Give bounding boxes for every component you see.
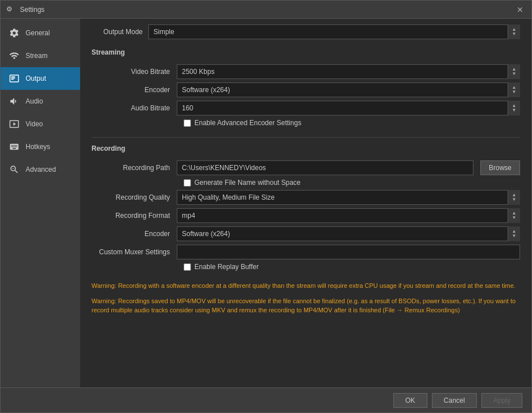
generate-filename-checkbox[interactable] [184, 179, 191, 187]
cancel-button[interactable]: Cancel [432, 393, 477, 408]
sidebar-item-output[interactable]: Output [1, 67, 80, 90]
sidebar: General Stream Output [1, 19, 80, 387]
custom-muxer-row: Custom Muxer Settings [92, 245, 520, 259]
titlebar: ⚙ Settings ✕ [1, 1, 531, 19]
section-divider [92, 137, 520, 138]
recording-path-group: Browse [177, 160, 520, 175]
main-content: General Stream Output [1, 19, 531, 387]
rec-encoder-row: Encoder Software (x264) ▲ ▼ [92, 226, 520, 241]
rec-encoder-label: Encoder [92, 230, 177, 238]
encoder-select-wrapper: Software (x264) ▲ ▼ [177, 82, 520, 97]
rec-encoder-select[interactable]: Software (x264) [177, 226, 520, 241]
app-icon: ⚙ [6, 5, 15, 14]
sidebar-item-video[interactable]: Video [1, 113, 80, 135]
encoder-select[interactable]: Software (x264) [177, 82, 520, 97]
rec-encoder-select-wrapper: Software (x264) ▲ ▼ [177, 226, 520, 241]
sidebar-label-video: Video [26, 120, 43, 128]
audio-bitrate-select-wrapper: 160 ▲ ▼ [177, 101, 520, 115]
audio-icon [9, 96, 20, 107]
generate-filename-row: Generate File Name without Space [92, 179, 520, 187]
recording-path-row: Recording Path Browse [92, 160, 520, 175]
sidebar-label-hotkeys: Hotkeys [26, 143, 50, 151]
recording-quality-row: Recording Quality High Quality, Medium F… [92, 190, 520, 205]
enable-advanced-checkbox[interactable] [184, 119, 191, 127]
sidebar-item-hotkeys[interactable]: Hotkeys [1, 135, 80, 158]
hotkeys-icon [9, 141, 20, 152]
custom-muxer-label: Custom Muxer Settings [92, 248, 177, 256]
custom-muxer-input-wrapper [177, 245, 520, 259]
recording-path-label: Recording Path [92, 164, 177, 172]
enable-replay-checkbox[interactable] [184, 263, 191, 271]
enable-advanced-label[interactable]: Enable Advanced Encoder Settings [194, 119, 301, 127]
video-icon [9, 118, 20, 130]
recording-quality-select-wrapper: High Quality, Medium File Size ▲ ▼ [177, 190, 520, 205]
video-bitrate-row: Video Bitrate 2500 Kbps ▲ ▼ [92, 64, 520, 79]
sidebar-label-output: Output [26, 75, 46, 82]
video-bitrate-select[interactable]: 2500 Kbps [177, 64, 520, 79]
video-bitrate-select-wrapper: 2500 Kbps ▲ ▼ [177, 64, 520, 79]
streaming-section: Streaming Video Bitrate 2500 Kbps ▲ ▼ [92, 48, 520, 127]
output-mode-row: Output Mode Simple Advanced ▲ ▼ [92, 24, 520, 39]
browse-button[interactable]: Browse [480, 160, 520, 175]
recording-format-label: Recording Format [92, 212, 177, 220]
audio-bitrate-row: Audio Bitrate 160 ▲ ▼ [92, 101, 520, 115]
sidebar-item-stream[interactable]: Stream [1, 44, 80, 67]
sidebar-label-general: General [26, 29, 50, 37]
content-area: Output Mode Simple Advanced ▲ ▼ Streamin… [80, 19, 531, 387]
warning1: Warning: Recording with a software encod… [92, 281, 520, 291]
recording-section: Recording Recording Path Browse Generate… [92, 144, 520, 271]
custom-muxer-input[interactable] [177, 245, 520, 259]
sidebar-item-general[interactable]: General [1, 22, 80, 44]
recording-quality-label: Recording Quality [92, 193, 177, 201]
sidebar-item-audio[interactable]: Audio [1, 90, 80, 113]
gear-icon [9, 27, 20, 39]
recording-quality-select[interactable]: High Quality, Medium File Size [177, 190, 520, 205]
output-mode-label: Output Mode [92, 28, 143, 36]
advanced-icon [9, 164, 20, 175]
recording-format-select[interactable]: mp4 mkv [177, 208, 520, 223]
enable-advanced-row: Enable Advanced Encoder Settings [92, 119, 520, 127]
sidebar-label-advanced: Advanced [26, 166, 56, 174]
output-mode-select[interactable]: Simple Advanced [148, 24, 520, 39]
enable-replay-row: Enable Replay Buffer [92, 263, 520, 271]
sidebar-item-advanced[interactable]: Advanced [1, 158, 80, 181]
audio-bitrate-label: Audio Bitrate [92, 104, 177, 112]
settings-window: ⚙ Settings ✕ General [0, 0, 532, 413]
sidebar-label-stream: Stream [26, 52, 48, 60]
titlebar-left: ⚙ Settings [6, 5, 44, 14]
close-button[interactable]: ✕ [514, 4, 526, 15]
footer: OK Cancel Apply [1, 387, 531, 412]
apply-button[interactable]: Apply [481, 393, 522, 408]
encoder-row: Encoder Software (x264) ▲ ▼ [92, 82, 520, 97]
recording-path-input[interactable] [177, 160, 473, 175]
window-title: Settings [20, 6, 44, 14]
recording-format-row: Recording Format mp4 mkv ▲ ▼ [92, 208, 520, 223]
streaming-header: Streaming [92, 48, 520, 59]
audio-bitrate-select[interactable]: 160 [177, 101, 520, 115]
output-icon [9, 73, 20, 84]
video-bitrate-label: Video Bitrate [92, 68, 177, 76]
warning2: Warning: Recordings saved to MP4/MOV wil… [92, 296, 520, 315]
stream-icon [9, 50, 20, 61]
recording-format-select-wrapper: mp4 mkv ▲ ▼ [177, 208, 520, 223]
output-mode-select-wrapper: Simple Advanced ▲ ▼ [148, 24, 520, 39]
enable-replay-label[interactable]: Enable Replay Buffer [194, 263, 259, 271]
recording-header: Recording [92, 144, 520, 155]
generate-filename-label[interactable]: Generate File Name without Space [194, 179, 301, 187]
encoder-label: Encoder [92, 86, 177, 94]
ok-button[interactable]: OK [393, 393, 427, 408]
sidebar-label-audio: Audio [26, 97, 43, 105]
